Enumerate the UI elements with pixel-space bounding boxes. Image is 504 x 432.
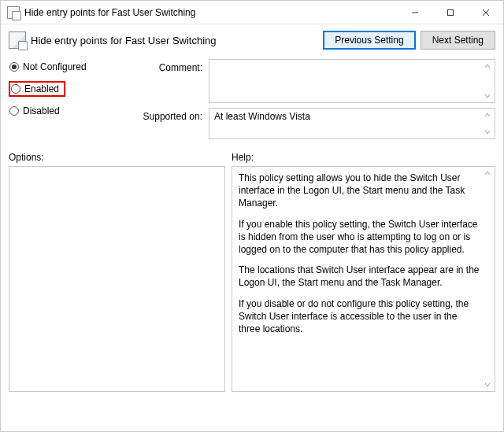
window-title: Hide entry points for Fast User Switchin… bbox=[24, 7, 397, 18]
help-text: This policy setting allows you to hide t… bbox=[239, 172, 480, 335]
supported-row: Supported on: At least Windows Vista bbox=[135, 108, 495, 139]
help-paragraph: This policy setting allows you to hide t… bbox=[239, 172, 480, 210]
policy-icon bbox=[9, 31, 26, 49]
options-column: Options: bbox=[9, 152, 225, 392]
titlebar: Hide entry points for Fast User Switchin… bbox=[1, 1, 503, 24]
radio-label: Disabled bbox=[23, 105, 60, 116]
radio-label: Not Configured bbox=[23, 61, 87, 72]
help-paragraph: If you disable or do not configure this … bbox=[239, 297, 480, 336]
config-row: Not Configured Enabled Disabled Comment:… bbox=[1, 54, 503, 144]
scroll-up-icon[interactable] bbox=[482, 168, 493, 179]
scroll-down-icon[interactable] bbox=[482, 379, 493, 390]
scroll-up-icon[interactable] bbox=[482, 109, 493, 120]
radio-disabled[interactable]: Disabled bbox=[9, 105, 135, 117]
radio-enabled[interactable]: Enabled bbox=[9, 81, 65, 97]
minimize-button[interactable] bbox=[397, 1, 432, 24]
radio-label: Enabled bbox=[24, 83, 59, 94]
next-setting-button[interactable]: Next Setting bbox=[421, 31, 495, 50]
radio-not-configured[interactable]: Not Configured bbox=[9, 61, 135, 73]
lower-panels: Options: Help: This policy setting allow… bbox=[1, 144, 503, 400]
help-paragraph: If you enable this policy setting, the S… bbox=[239, 218, 480, 257]
previous-setting-button[interactable]: Previous Setting bbox=[323, 31, 415, 50]
radio-icon bbox=[9, 62, 19, 72]
window-icon bbox=[7, 6, 20, 19]
fields: Comment: Supported on: At least Windows … bbox=[135, 59, 495, 144]
comment-input[interactable] bbox=[209, 59, 495, 103]
nav-buttons: Previous Setting Next Setting bbox=[323, 31, 495, 50]
help-label: Help: bbox=[232, 152, 495, 163]
help-column: Help: This policy setting allows you to … bbox=[232, 152, 495, 392]
comment-label: Comment: bbox=[135, 59, 209, 103]
scroll-up-icon[interactable] bbox=[482, 61, 493, 72]
svg-rect-1 bbox=[447, 9, 453, 15]
supported-label: Supported on: bbox=[135, 108, 209, 139]
radio-icon bbox=[9, 106, 19, 116]
header: Hide entry points for Fast User Switchin… bbox=[1, 24, 503, 54]
supported-box: At least Windows Vista bbox=[209, 108, 495, 139]
state-radio-group: Not Configured Enabled Disabled bbox=[9, 59, 135, 144]
radio-icon bbox=[11, 84, 20, 94]
window-buttons bbox=[397, 1, 503, 24]
options-label: Options: bbox=[9, 152, 225, 163]
close-button[interactable] bbox=[468, 1, 503, 24]
help-paragraph: The locations that Switch User interface… bbox=[239, 264, 480, 289]
options-panel bbox=[9, 166, 225, 392]
maximize-button[interactable] bbox=[432, 1, 468, 24]
comment-row: Comment: bbox=[135, 59, 495, 103]
scroll-down-icon[interactable] bbox=[482, 90, 493, 102]
scroll-down-icon[interactable] bbox=[482, 127, 493, 138]
help-panel: This policy setting allows you to hide t… bbox=[232, 166, 495, 392]
supported-value: At least Windows Vista bbox=[214, 111, 310, 122]
policy-name: Hide entry points for Fast User Switchin… bbox=[31, 35, 323, 46]
